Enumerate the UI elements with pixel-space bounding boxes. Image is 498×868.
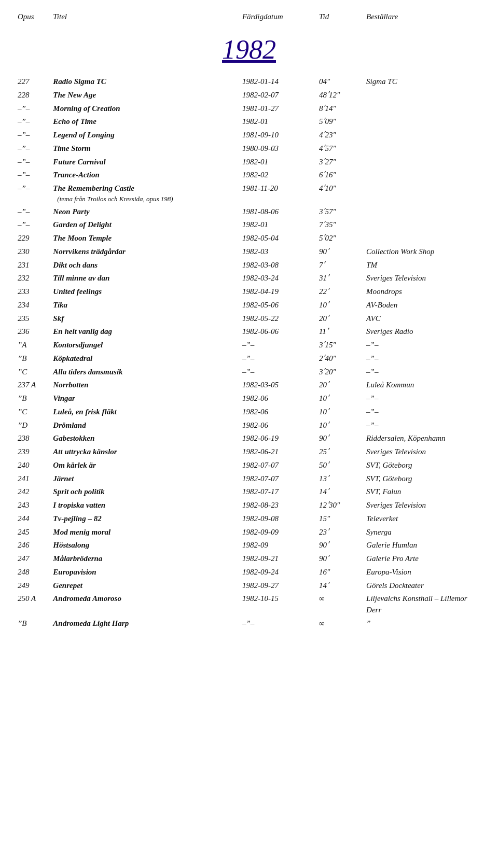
cell-opus: ”C bbox=[16, 366, 51, 379]
cell-bestallare: Sveriges Television bbox=[364, 445, 482, 459]
cell-datum: 1982-01 bbox=[240, 115, 317, 129]
cell-tid: 3ʹ27″ bbox=[317, 156, 364, 169]
cell-bestallare: Televerket bbox=[364, 512, 482, 526]
table-row: 246Höstsalong1982-0990ʹGalerie Humlan bbox=[16, 539, 482, 552]
cell-opus: 247 bbox=[16, 552, 51, 566]
cell-titel: Om kärlek är bbox=[51, 459, 240, 472]
cell-titel: Morning of Creation bbox=[51, 102, 240, 116]
cell-opus: 235 bbox=[16, 312, 51, 326]
cell-tid: 10ʹ bbox=[317, 299, 364, 312]
cell-tid: 15″ bbox=[317, 512, 364, 526]
cell-opus: –”– bbox=[16, 169, 51, 182]
cell-datum: 1982-06 bbox=[240, 392, 317, 405]
cell-bestallare bbox=[364, 156, 482, 169]
cell-tid: 5ʹ09″ bbox=[317, 115, 364, 129]
cell-titel: The Moon Temple bbox=[51, 232, 240, 245]
cell-bestallare: Galerie Pro Arte bbox=[364, 552, 482, 566]
cell-titel: Europavision bbox=[51, 566, 240, 579]
cell-bestallare bbox=[364, 142, 482, 156]
cell-titel: United feelings bbox=[51, 285, 240, 299]
cell-titel: Sprit och politik bbox=[51, 485, 240, 499]
table-row: 237 ANorrbotten1982-03-0520ʹLuleå Kommun bbox=[16, 379, 482, 392]
cell-datum: –”– bbox=[240, 617, 317, 631]
table-body: 227Radio Sigma TC1982-01-1404″Sigma TC22… bbox=[16, 75, 482, 631]
table-row: –”–Future Carnival1982-013ʹ27″ bbox=[16, 156, 482, 169]
cell-titel: Norrbotten bbox=[51, 379, 240, 392]
cell-datum: –”– bbox=[240, 352, 317, 366]
cell-titel: Alla tiders dansmusik bbox=[51, 366, 240, 379]
cell-datum: 1982-02 bbox=[240, 169, 317, 182]
cell-datum: 1982-01 bbox=[240, 156, 317, 169]
cell-opus: 239 bbox=[16, 445, 51, 459]
cell-bestallare: Riddersalen, Köpenhamn bbox=[364, 432, 482, 445]
cell-datum: 1980-09-03 bbox=[240, 142, 317, 156]
cell-tid: 7ʹ35″ bbox=[317, 218, 364, 232]
cell-tid: 12ʹ30″ bbox=[317, 499, 364, 512]
cell-opus: 238 bbox=[16, 432, 51, 445]
cell-titel: Tika bbox=[51, 299, 240, 312]
cell-titel: Skf bbox=[51, 312, 240, 326]
cell-opus: 228 bbox=[16, 89, 51, 102]
cell-opus: 227 bbox=[16, 75, 51, 89]
table-row: –”–Morning of Creation1981-01-278ʹ14″ bbox=[16, 102, 482, 116]
cell-titel: Mod menig moral bbox=[51, 526, 240, 539]
cell-datum: 1982-03-05 bbox=[240, 379, 317, 392]
cell-tid: 10ʹ bbox=[317, 419, 364, 432]
cell-bestallare: SVT, Göteborg bbox=[364, 459, 482, 472]
cell-bestallare bbox=[364, 169, 482, 182]
cell-datum: 1982-01-14 bbox=[240, 75, 317, 89]
cell-bestallare: Sveriges Television bbox=[364, 499, 482, 512]
cell-titel: I tropiska vatten bbox=[51, 499, 240, 512]
cell-titel: The New Age bbox=[51, 89, 240, 102]
header-titel: Titel bbox=[51, 10, 240, 26]
cell-titel: Garden of Delight bbox=[51, 218, 240, 232]
cell-bestallare: –”– bbox=[364, 419, 482, 432]
cell-opus: –”– bbox=[16, 205, 51, 219]
cell-datum: 1982-07-07 bbox=[240, 472, 317, 486]
cell-titel: Tv-pejling – 82 bbox=[51, 512, 240, 526]
table-row: 228The New Age1982-02-0748ʹ12″ bbox=[16, 89, 482, 102]
cell-opus: 243 bbox=[16, 499, 51, 512]
cell-titel: Höstsalong bbox=[51, 539, 240, 552]
table-row: ”AKontorsdjungel–”–3ʹ15″–”– bbox=[16, 339, 482, 352]
cell-tid: 31ʹ bbox=[317, 272, 364, 285]
cell-opus: –”– bbox=[16, 218, 51, 232]
cell-tid: 14ʹ bbox=[317, 579, 364, 593]
cell-datum: 1982-06-19 bbox=[240, 432, 317, 445]
cell-tid: 25ʹ bbox=[317, 445, 364, 459]
cell-tid: 7ʹ bbox=[317, 259, 364, 272]
cell-datum: 1982-09-09 bbox=[240, 526, 317, 539]
cell-titel: En helt vanlig dag bbox=[51, 325, 240, 339]
cell-titel: Andromeda Amoroso bbox=[51, 592, 240, 617]
cell-tid: 90ʹ bbox=[317, 539, 364, 552]
cell-bestallare: ” bbox=[364, 617, 482, 631]
year-row: 1982 bbox=[16, 26, 482, 75]
cell-datum: 1981-08-06 bbox=[240, 205, 317, 219]
main-table: Opus Titel Färdigdatum Tid Beställare 19… bbox=[16, 10, 482, 631]
cell-datum: –”– bbox=[240, 339, 317, 352]
cell-opus: 237 A bbox=[16, 379, 51, 392]
table-row: –”–Neon Party1981-08-063ʹ57″ bbox=[16, 205, 482, 219]
cell-note: (tema från Troilos och Kressida, opus 19… bbox=[53, 194, 238, 204]
table-row: ”BAndromeda Light Harp–”–∞” bbox=[16, 617, 482, 631]
table-row: 243I tropiska vatten1982-08-2312ʹ30″Sver… bbox=[16, 499, 482, 512]
cell-titel: The Remembering Castle(tema från Troilos… bbox=[51, 182, 240, 205]
table-row: ”BKöpkatedral–”–2ʹ40″–”– bbox=[16, 352, 482, 366]
cell-bestallare: Sveriges Radio bbox=[364, 325, 482, 339]
cell-bestallare: Liljevalchs Konsthall – Lillemor Derr bbox=[364, 592, 482, 617]
cell-opus: ”B bbox=[16, 392, 51, 405]
cell-bestallare: AV-Boden bbox=[364, 299, 482, 312]
table-row: 233United feelings1982-04-1922ʹMoondrops bbox=[16, 285, 482, 299]
table-row: –”–Legend of Longing1981-09-104ʹ23″ bbox=[16, 129, 482, 142]
cell-opus: 233 bbox=[16, 285, 51, 299]
table-row: 236En helt vanlig dag1982-06-0611ʹSverig… bbox=[16, 325, 482, 339]
cell-tid: 90ʹ bbox=[317, 245, 364, 259]
cell-opus: –”– bbox=[16, 142, 51, 156]
table-row: –”–Echo of Time1982-015ʹ09″ bbox=[16, 115, 482, 129]
cell-titel: Järnet bbox=[51, 472, 240, 486]
table-row: 234Tika1982-05-0610ʹAV-Boden bbox=[16, 299, 482, 312]
table-row: 240Om kärlek är1982-07-0750ʹSVT, Götebor… bbox=[16, 459, 482, 472]
cell-datum: 1982-02-07 bbox=[240, 89, 317, 102]
table-row: 232Till minne av dan1982-03-2431ʹSverige… bbox=[16, 272, 482, 285]
cell-datum: 1981-11-20 bbox=[240, 182, 317, 205]
